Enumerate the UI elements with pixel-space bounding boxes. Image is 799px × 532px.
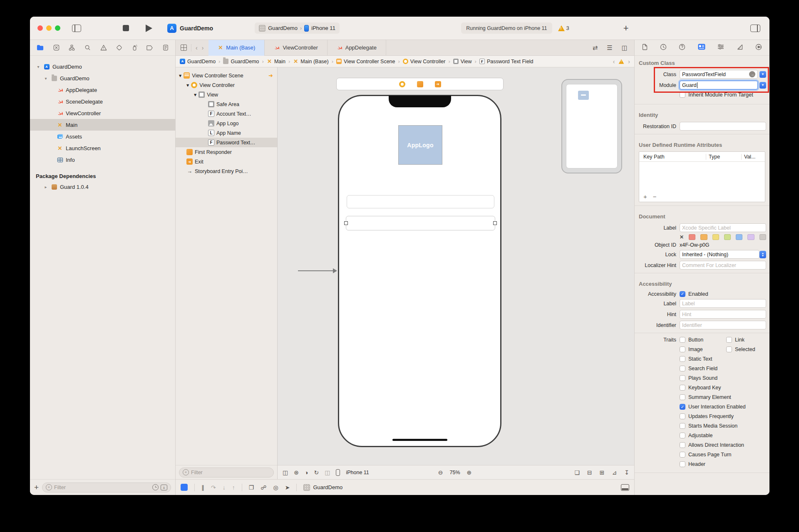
resize-handle-right[interactable] bbox=[493, 221, 497, 225]
resize-handle-left[interactable] bbox=[344, 221, 348, 225]
restoration-id-field[interactable] bbox=[680, 122, 766, 131]
attributes-inspector-icon[interactable] bbox=[717, 44, 724, 52]
step-into-icon[interactable]: ↓ bbox=[223, 484, 226, 491]
class-field[interactable]: PasswordTextField → bbox=[680, 70, 758, 79]
breakpoint-navigator-icon[interactable] bbox=[146, 45, 153, 51]
document-label-field[interactable] bbox=[680, 223, 766, 232]
storyboard-entry-point-arrow[interactable] bbox=[298, 270, 336, 271]
forward-button[interactable]: › bbox=[202, 45, 204, 51]
trait-starts-media-session[interactable]: ✓Starts Media Session bbox=[680, 423, 769, 429]
tree-row-package-guard[interactable]: ▸ Guard 1.0.4 bbox=[30, 181, 175, 193]
tab-main-base[interactable]: ✕ Main (Base) bbox=[208, 40, 265, 56]
pause-execution-icon[interactable]: ∥ bbox=[201, 484, 204, 491]
color-swatch-yellow[interactable] bbox=[712, 234, 719, 240]
outline-row-app-logo[interactable]: App Logo bbox=[176, 119, 277, 128]
canvas-area[interactable]: ➜ AppLogo bbox=[278, 67, 634, 465]
disclosure-open-icon[interactable]: ▾ bbox=[36, 64, 41, 69]
tree-row-launchscreen[interactable]: ✕ LaunchScreen bbox=[30, 142, 175, 154]
outline-filter-field[interactable]: ≡ bbox=[179, 468, 274, 478]
warning-badge[interactable]: 3 bbox=[558, 25, 569, 31]
run-button[interactable] bbox=[146, 25, 152, 32]
a11y-identifier-input[interactable] bbox=[682, 322, 764, 328]
environment-overrides-icon[interactable]: ◎ bbox=[273, 484, 278, 491]
module-dropdown-icon[interactable]: ▼ bbox=[759, 82, 766, 89]
trait-summary-element[interactable]: ✓Summary Element bbox=[680, 394, 769, 401]
trait-allows-direct-interaction[interactable]: ✓Allows Direct Interaction bbox=[680, 442, 769, 448]
add-attribute-button[interactable]: + bbox=[643, 193, 647, 200]
app-logo-image-view[interactable]: AppLogo bbox=[398, 125, 442, 165]
tab-viewcontroller[interactable]: ViewController bbox=[265, 40, 327, 56]
tree-row-info[interactable]: Info bbox=[30, 154, 175, 166]
trait-static-text[interactable]: ✓Static Text bbox=[680, 356, 769, 362]
a11y-label-field[interactable] bbox=[680, 299, 766, 308]
no-color-button[interactable]: ✕ bbox=[680, 234, 684, 240]
module-field-focused[interactable]: Guard bbox=[680, 81, 758, 89]
report-navigator-icon[interactable] bbox=[163, 45, 169, 51]
color-swatch-gray[interactable] bbox=[759, 234, 766, 240]
jumpbar-item-password-field[interactable]: FPassword Text Field bbox=[479, 59, 533, 64]
zoom-level[interactable]: 75% bbox=[450, 470, 460, 475]
scheme-selector[interactable]: GuardDemo › iPhone 11 bbox=[255, 22, 340, 34]
jumpbar-item-project[interactable]: AGuardDemo bbox=[180, 59, 216, 64]
outline-row-app-name[interactable]: L App Name bbox=[176, 128, 277, 138]
remove-attribute-button[interactable]: − bbox=[653, 193, 657, 200]
jumpbar-item-viewcontroller[interactable]: View Controller bbox=[403, 59, 446, 64]
navigator-filter-input[interactable] bbox=[54, 485, 150, 490]
next-issue-icon[interactable]: › bbox=[628, 58, 630, 65]
align-icon[interactable]: ⊟ bbox=[587, 469, 592, 476]
zoom-window-button[interactable] bbox=[55, 25, 60, 31]
scene-goto-icon[interactable]: ➜ bbox=[268, 72, 275, 79]
project-navigator-icon[interactable] bbox=[37, 45, 44, 51]
tab-appdelegate[interactable]: AppDelegate bbox=[328, 40, 386, 56]
color-swatch-orange[interactable] bbox=[700, 234, 707, 240]
file-inspector-icon[interactable] bbox=[642, 44, 648, 52]
scheme-destination-label[interactable]: iPhone 11 bbox=[311, 25, 335, 31]
adaptation-icon[interactable]: ◫ bbox=[325, 469, 330, 476]
trait-link[interactable]: ✓Link bbox=[726, 337, 769, 343]
trait-updates-frequently[interactable]: ✓Updates Frequently bbox=[680, 413, 769, 420]
orientation-icon[interactable]: ↻ bbox=[314, 469, 319, 476]
add-constraints-icon[interactable]: ⊞ bbox=[600, 469, 605, 476]
tree-row-appdelegate[interactable]: AppDelegate bbox=[30, 84, 175, 96]
color-swatch-purple[interactable] bbox=[747, 234, 754, 240]
document-label-input[interactable] bbox=[682, 225, 764, 231]
accessibility-inspector-icon[interactable]: ⊛ bbox=[294, 469, 299, 476]
view-controller-icon[interactable] bbox=[399, 81, 405, 87]
tree-row-assets[interactable]: Assets bbox=[30, 131, 175, 142]
related-items-icon[interactable] bbox=[181, 45, 187, 51]
identity-inspector-icon-selected[interactable] bbox=[698, 44, 705, 52]
outline-row-safe-area[interactable]: Safe Area bbox=[176, 99, 277, 109]
jumpbar-item-main-base[interactable]: ✕Main (Base) bbox=[293, 59, 328, 64]
tree-row-main-selected[interactable]: ✕ Main bbox=[30, 119, 175, 131]
issue-warning-icon[interactable] bbox=[619, 59, 624, 64]
console-toggle-icon[interactable] bbox=[621, 484, 629, 491]
a11y-identifier-field[interactable] bbox=[680, 321, 766, 329]
scm-status-filter-icon[interactable]: ± bbox=[161, 485, 167, 490]
navigator-filter-field[interactable]: ≡ ± bbox=[42, 483, 171, 492]
history-inspector-icon[interactable] bbox=[660, 44, 667, 52]
runtime-attributes-table[interactable]: Key Path Type Val... + − bbox=[639, 151, 765, 202]
view-hierarchy-debugger-icon[interactable]: ❐ bbox=[249, 484, 254, 491]
outline-row-first-responder[interactable]: First Responder bbox=[176, 147, 277, 157]
trait-search-field[interactable]: ✓Search Field bbox=[680, 365, 769, 372]
iphone-device-frame[interactable]: AppLogo bbox=[338, 95, 501, 447]
checkbox-icon[interactable]: ✓ bbox=[680, 291, 685, 297]
editor-options-icon[interactable]: ☰ bbox=[607, 44, 612, 52]
zoom-out-icon[interactable]: ⊖ bbox=[438, 469, 443, 476]
trait-adjustable[interactable]: ✓Adjustable bbox=[680, 432, 769, 439]
embed-icon[interactable]: ↧ bbox=[624, 469, 629, 476]
exit-icon[interactable]: ➜ bbox=[435, 81, 441, 87]
disclosure-open-icon[interactable]: ▾ bbox=[43, 76, 48, 81]
stop-button[interactable] bbox=[123, 25, 129, 31]
editor-pane-icon[interactable]: ◫ bbox=[283, 469, 288, 476]
resolve-autolayout-icon[interactable]: ⊿ bbox=[612, 469, 617, 476]
disclosure-open-icon[interactable]: ▾ bbox=[194, 92, 196, 98]
color-swatch-green[interactable] bbox=[724, 234, 731, 240]
close-window-button[interactable] bbox=[37, 25, 43, 31]
trait-plays-sound[interactable]: ✓Plays Sound bbox=[680, 375, 769, 381]
scheme-app-label[interactable]: GuardDemo bbox=[268, 25, 298, 31]
connections-inspector-icon[interactable] bbox=[755, 44, 762, 52]
device-icon[interactable] bbox=[336, 469, 340, 476]
memory-graph-icon[interactable]: ☍ bbox=[261, 484, 266, 491]
zoom-in-icon[interactable]: ⊕ bbox=[467, 469, 472, 476]
